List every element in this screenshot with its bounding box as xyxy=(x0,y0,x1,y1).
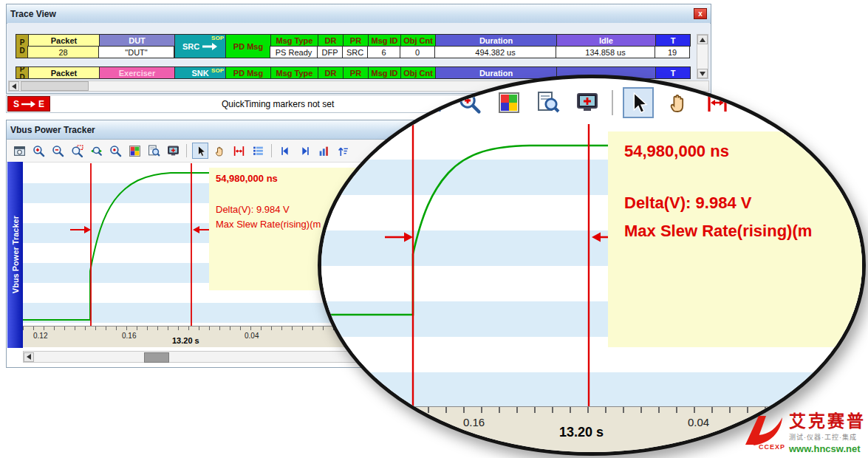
zoom-out-icon[interactable] xyxy=(49,143,66,159)
magnified-plot-area: 54,980,000 ns Delta(V): 9.984 V Max Slew… xyxy=(321,124,862,406)
up-arrow-icon xyxy=(700,38,705,42)
timing-markers-icon[interactable] xyxy=(703,88,732,117)
scrollbar-thumb[interactable] xyxy=(144,352,169,363)
dut-value[interactable]: "DUT" xyxy=(98,46,174,58)
pr-header: PR xyxy=(343,66,369,79)
time-value[interactable]: 19 xyxy=(655,46,690,58)
marker-end-label: E xyxy=(38,99,44,109)
scroll-up-button[interactable] xyxy=(697,35,708,44)
packet-header: Packet xyxy=(28,34,100,47)
start-end-marker-badge[interactable]: S E xyxy=(7,96,50,112)
exerciser-cell[interactable]: Exerciser xyxy=(99,66,175,79)
msg-id-value[interactable]: 6 xyxy=(367,46,400,58)
cursor-time-readout: 54,980,000 ns xyxy=(624,142,862,161)
color-map-icon[interactable] xyxy=(126,143,143,159)
scroll-left-button[interactable] xyxy=(9,81,19,91)
idle-header: Idle xyxy=(556,34,656,47)
pan-hand-icon[interactable] xyxy=(663,88,693,117)
dr-header: DR xyxy=(318,66,344,79)
axis-label: 0.04 xyxy=(245,332,259,340)
zoom-fit-icon[interactable] xyxy=(88,143,104,159)
time-header: T xyxy=(655,34,691,47)
left-arrow-icon xyxy=(12,83,16,89)
zoom-region-icon[interactable] xyxy=(69,143,85,159)
magnifier-overlay: 54,980,000 ns Delta(V): 9.984 V Max Slew… xyxy=(318,75,866,456)
dr-header: DR xyxy=(318,34,344,47)
packet-header: Packet xyxy=(28,66,100,79)
vbus-side-label: Vbus Power Tracker xyxy=(7,162,23,348)
cursor-arrow-icon xyxy=(404,233,413,242)
zoom-in-icon[interactable] xyxy=(30,143,47,159)
sop-tag: SOP xyxy=(211,35,224,41)
down-arrow-icon xyxy=(700,72,705,76)
pr-header: PR xyxy=(343,34,369,47)
packet-number[interactable]: 28 xyxy=(27,46,99,58)
toolbar-separator xyxy=(612,90,613,115)
timing-markers-icon[interactable] xyxy=(230,143,247,159)
logo-text: 艾克赛普 测试·仪器·工控·集成 www.hncsw.net xyxy=(789,412,866,454)
sop-tag: SOP xyxy=(211,67,224,74)
cursor-time-label: 13.20 s xyxy=(559,425,604,440)
brand-cn-label: 艾克赛普 xyxy=(789,412,866,430)
scrollbar-track[interactable] xyxy=(697,44,708,69)
select-arrow-icon[interactable] xyxy=(192,143,208,159)
report-list-icon[interactable] xyxy=(250,143,266,159)
close-icon[interactable]: x xyxy=(694,8,707,19)
snapshot-icon[interactable] xyxy=(11,143,27,159)
duration-value[interactable]: 494.382 us xyxy=(434,46,556,58)
marker-prev-icon[interactable] xyxy=(277,143,293,159)
zoom-sample-icon[interactable] xyxy=(107,143,123,159)
pr-value[interactable]: SRC xyxy=(342,46,368,58)
trace-view-titlebar[interactable]: Trace View x xyxy=(7,4,711,24)
delta-v-readout: Delta(V): 9.984 V xyxy=(624,194,862,213)
logo-mark: CCEXP xyxy=(744,412,784,451)
time-header: T xyxy=(655,66,691,79)
cursor-arrow-icon xyxy=(84,226,91,233)
msg-id-header: Msg ID xyxy=(368,34,401,47)
msg-type-value[interactable]: PS Ready xyxy=(270,46,318,58)
scrollbar-thumb[interactable] xyxy=(21,81,89,91)
marker-next-icon[interactable] xyxy=(296,143,312,159)
pd-msg-cell[interactable]: PD Msg xyxy=(225,34,271,58)
sort-filter-icon[interactable] xyxy=(335,143,351,159)
pan-hand-icon[interactable] xyxy=(211,143,228,159)
duration-header: Duration xyxy=(435,66,557,79)
obj-cnt-value[interactable]: 0 xyxy=(400,46,435,58)
report-list-icon[interactable] xyxy=(742,88,771,117)
window-title: Trace View xyxy=(10,9,56,19)
histogram-icon[interactable] xyxy=(315,143,332,159)
left-arrow-icon xyxy=(27,354,31,360)
zoom-preview-icon[interactable] xyxy=(146,143,162,159)
msg-type-header: Msg Type xyxy=(270,34,318,47)
select-arrow-icon[interactable] xyxy=(623,87,654,118)
brand-en-label: CCEXP xyxy=(759,443,785,451)
zoom-preview-icon[interactable] xyxy=(533,88,563,117)
color-map-icon[interactable] xyxy=(494,88,524,117)
scroll-down-button[interactable] xyxy=(697,69,708,78)
obj-cnt-header: Obj Cnt xyxy=(400,34,436,47)
quicktiming-status: QuickTiming markers not set xyxy=(222,99,334,109)
marker-start-label: S xyxy=(13,99,19,109)
idle-value[interactable]: 134.858 us xyxy=(556,46,655,58)
cursor-time-label: 13.20 s xyxy=(172,336,199,345)
brand-url: www.hncsw.net xyxy=(789,443,866,454)
sop-snk-cell[interactable]: SOP SNK xyxy=(174,66,226,79)
display-settings-icon[interactable] xyxy=(165,143,181,159)
right-arrow-icon xyxy=(21,100,36,108)
scroll-left-button[interactable] xyxy=(24,352,34,362)
toolbar-separator xyxy=(186,144,187,157)
dr-value[interactable]: DFP xyxy=(317,46,343,58)
vertical-scrollbar[interactable] xyxy=(697,34,708,79)
duration-header: Duration xyxy=(435,34,557,47)
packet-row[interactable]: PD Packet 28 DUT "DUT" SOP SRC PD Msg xyxy=(16,34,691,58)
pd-msg-cell[interactable]: PD Msg xyxy=(225,66,271,79)
screen: Trace View x PD Packet 28 DUT "DUT" SOP … xyxy=(0,0,868,458)
vendor-logo: CCEXP 艾克赛普 测试·仪器·工控·集成 www.hncsw.net xyxy=(744,412,866,454)
sop-src-cell[interactable]: SOP SRC xyxy=(174,34,226,58)
slew-rate-readout: Max Slew Rate(rising)(m xyxy=(624,222,862,241)
axis-label: 0.12 xyxy=(33,332,47,340)
axis-label: 0.04 xyxy=(688,416,709,428)
dut-header: DUT xyxy=(99,34,175,47)
display-settings-icon[interactable] xyxy=(573,88,602,117)
snk-label: SNK xyxy=(191,69,208,78)
